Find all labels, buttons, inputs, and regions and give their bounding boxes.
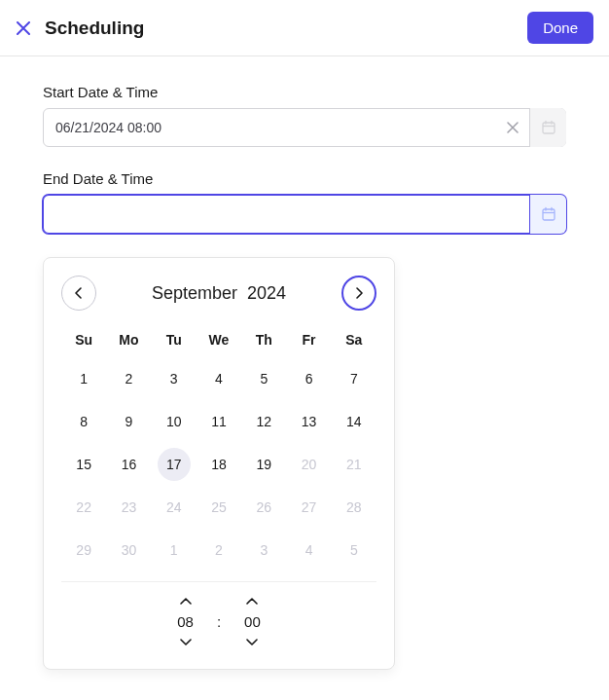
calendar-day[interactable]: 5: [241, 361, 286, 396]
hour-down-icon[interactable]: [178, 636, 194, 647]
next-month-button[interactable]: [341, 276, 376, 311]
calendar-day[interactable]: 2: [106, 361, 151, 396]
end-date-label: End Date & Time: [43, 170, 566, 187]
calendar-day: 2: [197, 533, 241, 568]
done-button[interactable]: Done: [527, 12, 593, 44]
end-date-input[interactable]: [43, 195, 566, 234]
calendar-month: September: [152, 283, 237, 304]
day-of-week: Su: [61, 326, 106, 353]
minute-value: 00: [244, 613, 261, 630]
calendar-day: 24: [152, 490, 197, 525]
calendar-day[interactable]: 6: [286, 361, 331, 396]
calendar-day[interactable]: 14: [332, 404, 376, 439]
calendar-icon[interactable]: [529, 195, 566, 234]
calendar-day[interactable]: 19: [241, 447, 286, 482]
minute-down-icon[interactable]: [244, 636, 260, 647]
calendar-day: 26: [241, 490, 286, 525]
calendar-day: 23: [106, 490, 151, 525]
hour-value: 08: [177, 613, 194, 630]
page-title: Scheduling: [45, 18, 144, 39]
end-date-input-group: [43, 195, 566, 234]
hour-up-icon[interactable]: [178, 596, 194, 608]
calendar-day[interactable]: 11: [197, 404, 241, 439]
calendar-separator: [61, 581, 376, 582]
calendar-day: 5: [332, 533, 376, 568]
calendar-day[interactable]: 12: [241, 404, 286, 439]
close-icon[interactable]: [16, 20, 31, 36]
day-of-week: Th: [241, 326, 286, 353]
start-date-label: Start Date & Time: [43, 84, 566, 100]
day-of-week: Tu: [152, 326, 197, 353]
calendar-day: 20: [286, 447, 331, 482]
calendar-day[interactable]: 3: [152, 361, 197, 396]
calendar-day: 4: [286, 533, 331, 568]
time-spinner: 08 : 00: [61, 596, 376, 647]
start-date-input-group: [43, 108, 566, 147]
day-of-week: Fr: [286, 326, 331, 353]
calendar-day: 1: [152, 533, 197, 568]
calendar-day[interactable]: 13: [286, 404, 331, 439]
calendar-year: 2024: [247, 283, 286, 304]
hour-spinner: 08: [177, 596, 194, 647]
calendar-day: 27: [286, 490, 331, 525]
calendar-day: 29: [61, 533, 106, 568]
day-of-week: Sa: [332, 326, 376, 353]
calendar-day: 28: [332, 490, 376, 525]
calendar-header: September 2024: [61, 276, 376, 311]
svg-rect-0: [543, 123, 555, 133]
calendar-day[interactable]: 9: [106, 404, 151, 439]
calendar-day[interactable]: 7: [332, 361, 376, 396]
start-date-input[interactable]: [43, 108, 566, 147]
calendar-icon[interactable]: [529, 108, 566, 147]
minute-up-icon[interactable]: [244, 596, 260, 608]
calendar-day[interactable]: 8: [61, 404, 106, 439]
day-of-week: Mo: [106, 326, 151, 353]
clear-icon[interactable]: [506, 121, 519, 134]
calendar-day[interactable]: 17: [152, 447, 197, 482]
main: Start Date & Time End Date & Time Septem…: [0, 56, 609, 697]
time-separator: :: [217, 613, 221, 630]
calendar-day: 30: [106, 533, 151, 568]
svg-rect-1: [543, 209, 555, 220]
day-of-week: We: [197, 326, 241, 353]
calendar-grid: SuMoTuWeThFrSa12345678910111213141516171…: [61, 326, 376, 568]
header-left: Scheduling: [16, 18, 144, 39]
header: Scheduling Done: [0, 0, 609, 56]
prev-month-button[interactable]: [61, 276, 96, 311]
minute-spinner: 00: [244, 596, 261, 647]
calendar-day[interactable]: 1: [61, 361, 106, 396]
calendar-day[interactable]: 18: [197, 447, 241, 482]
calendar-day[interactable]: 15: [61, 447, 106, 482]
calendar-day: 3: [241, 533, 286, 568]
calendar-day[interactable]: 10: [152, 404, 197, 439]
calendar-day[interactable]: 4: [197, 361, 241, 396]
calendar-day[interactable]: 16: [106, 447, 151, 482]
calendar-popover: September 2024 SuMoTuWeThFrSa12345678910…: [43, 257, 395, 670]
calendar-day: 25: [197, 490, 241, 525]
calendar-title: September 2024: [152, 283, 286, 304]
calendar-day: 21: [332, 447, 376, 482]
calendar-day: 22: [61, 490, 106, 525]
